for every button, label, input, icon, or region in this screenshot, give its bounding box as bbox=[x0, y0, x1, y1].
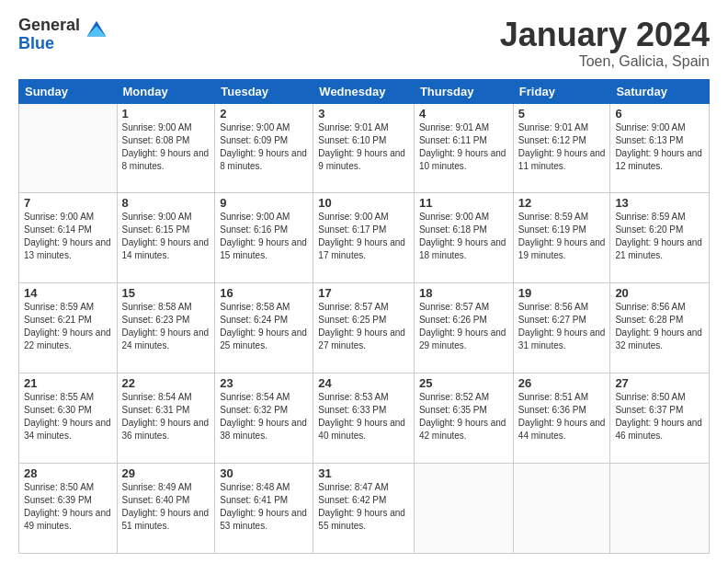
table-row: 19Sunrise: 8:56 AMSunset: 6:27 PMDayligh… bbox=[513, 283, 610, 373]
table-row: 6Sunrise: 9:00 AMSunset: 6:13 PMDaylight… bbox=[610, 103, 710, 193]
table-row: 21Sunrise: 8:55 AMSunset: 6:30 PMDayligh… bbox=[19, 373, 118, 464]
table-row bbox=[414, 464, 513, 554]
location-title: Toen, Galicia, Spain bbox=[500, 53, 710, 70]
day-info: Sunrise: 9:00 AMSunset: 6:09 PMDaylight:… bbox=[220, 121, 308, 173]
table-row: 31Sunrise: 8:47 AMSunset: 6:42 PMDayligh… bbox=[313, 464, 415, 554]
table-row: 22Sunrise: 8:54 AMSunset: 6:31 PMDayligh… bbox=[117, 373, 215, 464]
day-info: Sunrise: 8:56 AMSunset: 6:27 PMDaylight:… bbox=[518, 301, 606, 352]
day-number: 21 bbox=[24, 376, 112, 390]
table-row: 8Sunrise: 9:00 AMSunset: 6:15 PMDaylight… bbox=[117, 193, 215, 283]
day-info: Sunrise: 8:52 AMSunset: 6:35 PMDaylight:… bbox=[419, 391, 508, 442]
table-row bbox=[19, 103, 118, 193]
header-friday: Friday bbox=[513, 79, 610, 103]
day-number: 3 bbox=[318, 107, 409, 121]
table-row: 16Sunrise: 8:58 AMSunset: 6:24 PMDayligh… bbox=[215, 283, 313, 373]
day-info: Sunrise: 8:50 AMSunset: 6:39 PMDaylight:… bbox=[24, 481, 112, 533]
table-row: 11Sunrise: 9:00 AMSunset: 6:18 PMDayligh… bbox=[414, 193, 513, 283]
svg-marker-1 bbox=[87, 26, 107, 36]
day-number: 11 bbox=[419, 196, 508, 210]
weekday-header-row: Sunday Monday Tuesday Wednesday Thursday… bbox=[19, 79, 710, 103]
day-number: 1 bbox=[122, 107, 210, 121]
day-number: 2 bbox=[220, 107, 308, 121]
day-number: 22 bbox=[122, 376, 210, 390]
logo-icon bbox=[84, 17, 109, 43]
table-row: 5Sunrise: 9:01 AMSunset: 6:12 PMDaylight… bbox=[513, 103, 610, 193]
table-row: 2Sunrise: 9:00 AMSunset: 6:09 PMDaylight… bbox=[215, 103, 313, 193]
logo-text: General Blue bbox=[18, 17, 80, 53]
day-number: 20 bbox=[615, 286, 704, 300]
table-row: 4Sunrise: 9:01 AMSunset: 6:11 PMDaylight… bbox=[414, 103, 513, 193]
day-number: 27 bbox=[615, 376, 704, 390]
day-info: Sunrise: 8:59 AMSunset: 6:20 PMDaylight:… bbox=[615, 211, 704, 262]
table-row: 12Sunrise: 8:59 AMSunset: 6:19 PMDayligh… bbox=[513, 193, 610, 283]
table-row: 25Sunrise: 8:52 AMSunset: 6:35 PMDayligh… bbox=[414, 373, 513, 464]
day-info: Sunrise: 8:54 AMSunset: 6:31 PMDaylight:… bbox=[122, 391, 210, 442]
header-thursday: Thursday bbox=[414, 79, 513, 103]
table-row: 1Sunrise: 9:00 AMSunset: 6:08 PMDaylight… bbox=[117, 103, 215, 193]
table-row: 20Sunrise: 8:56 AMSunset: 6:28 PMDayligh… bbox=[610, 283, 710, 373]
day-number: 10 bbox=[318, 196, 409, 210]
day-number: 28 bbox=[24, 466, 112, 480]
table-row: 29Sunrise: 8:49 AMSunset: 6:40 PMDayligh… bbox=[117, 464, 215, 554]
table-row: 10Sunrise: 9:00 AMSunset: 6:17 PMDayligh… bbox=[313, 193, 415, 283]
day-number: 23 bbox=[220, 376, 308, 390]
day-number: 6 bbox=[615, 107, 704, 121]
day-number: 9 bbox=[220, 196, 308, 210]
day-info: Sunrise: 9:00 AMSunset: 6:16 PMDaylight:… bbox=[220, 211, 308, 262]
table-row: 7Sunrise: 9:00 AMSunset: 6:14 PMDaylight… bbox=[19, 193, 118, 283]
day-info: Sunrise: 8:58 AMSunset: 6:23 PMDaylight:… bbox=[122, 301, 210, 352]
day-number: 30 bbox=[220, 466, 308, 480]
logo: General Blue bbox=[18, 17, 109, 53]
day-info: Sunrise: 8:59 AMSunset: 6:21 PMDaylight:… bbox=[24, 301, 112, 352]
table-row: 3Sunrise: 9:01 AMSunset: 6:10 PMDaylight… bbox=[313, 103, 415, 193]
calendar-week-row: 28Sunrise: 8:50 AMSunset: 6:39 PMDayligh… bbox=[19, 464, 710, 554]
table-row: 26Sunrise: 8:51 AMSunset: 6:36 PMDayligh… bbox=[513, 373, 610, 464]
table-row: 27Sunrise: 8:50 AMSunset: 6:37 PMDayligh… bbox=[610, 373, 710, 464]
table-row: 24Sunrise: 8:53 AMSunset: 6:33 PMDayligh… bbox=[313, 373, 415, 464]
logo-general: General bbox=[18, 17, 80, 35]
day-number: 19 bbox=[518, 286, 606, 300]
table-row: 23Sunrise: 8:54 AMSunset: 6:32 PMDayligh… bbox=[215, 373, 313, 464]
day-info: Sunrise: 9:00 AMSunset: 6:08 PMDaylight:… bbox=[122, 121, 210, 173]
day-number: 15 bbox=[122, 286, 210, 300]
day-info: Sunrise: 9:01 AMSunset: 6:10 PMDaylight:… bbox=[318, 121, 409, 173]
table-row: 13Sunrise: 8:59 AMSunset: 6:20 PMDayligh… bbox=[610, 193, 710, 283]
day-info: Sunrise: 8:57 AMSunset: 6:25 PMDaylight:… bbox=[318, 301, 409, 352]
table-row: 28Sunrise: 8:50 AMSunset: 6:39 PMDayligh… bbox=[19, 464, 118, 554]
day-number: 7 bbox=[24, 196, 112, 210]
day-info: Sunrise: 9:00 AMSunset: 6:13 PMDaylight:… bbox=[615, 121, 704, 173]
day-info: Sunrise: 9:00 AMSunset: 6:17 PMDaylight:… bbox=[318, 211, 409, 262]
table-row bbox=[610, 464, 710, 554]
day-number: 18 bbox=[419, 286, 508, 300]
day-number: 25 bbox=[419, 376, 508, 390]
day-info: Sunrise: 8:59 AMSunset: 6:19 PMDaylight:… bbox=[518, 211, 606, 262]
table-row: 30Sunrise: 8:48 AMSunset: 6:41 PMDayligh… bbox=[215, 464, 313, 554]
header-tuesday: Tuesday bbox=[215, 79, 313, 103]
table-row bbox=[513, 464, 610, 554]
day-number: 5 bbox=[518, 107, 606, 121]
day-number: 26 bbox=[518, 376, 606, 390]
day-info: Sunrise: 8:47 AMSunset: 6:42 PMDaylight:… bbox=[318, 481, 409, 533]
day-info: Sunrise: 8:49 AMSunset: 6:40 PMDaylight:… bbox=[122, 481, 210, 533]
calendar-table: Sunday Monday Tuesday Wednesday Thursday… bbox=[18, 79, 710, 554]
day-number: 12 bbox=[518, 196, 606, 210]
day-number: 13 bbox=[615, 196, 704, 210]
header-monday: Monday bbox=[117, 79, 215, 103]
header: General Blue January 2024 Toen, Galicia,… bbox=[18, 17, 710, 70]
day-number: 24 bbox=[318, 376, 409, 390]
calendar-week-row: 7Sunrise: 9:00 AMSunset: 6:14 PMDaylight… bbox=[19, 193, 710, 283]
day-info: Sunrise: 8:48 AMSunset: 6:41 PMDaylight:… bbox=[220, 481, 308, 533]
page: General Blue January 2024 Toen, Galicia,… bbox=[0, 0, 728, 563]
day-info: Sunrise: 9:01 AMSunset: 6:11 PMDaylight:… bbox=[419, 121, 508, 173]
table-row: 14Sunrise: 8:59 AMSunset: 6:21 PMDayligh… bbox=[19, 283, 118, 373]
header-saturday: Saturday bbox=[610, 79, 710, 103]
table-row: 15Sunrise: 8:58 AMSunset: 6:23 PMDayligh… bbox=[117, 283, 215, 373]
calendar-week-row: 1Sunrise: 9:00 AMSunset: 6:08 PMDaylight… bbox=[19, 103, 710, 193]
day-number: 17 bbox=[318, 286, 409, 300]
day-number: 29 bbox=[122, 466, 210, 480]
day-info: Sunrise: 8:55 AMSunset: 6:30 PMDaylight:… bbox=[24, 391, 112, 442]
day-info: Sunrise: 8:53 AMSunset: 6:33 PMDaylight:… bbox=[318, 391, 409, 442]
table-row: 18Sunrise: 8:57 AMSunset: 6:26 PMDayligh… bbox=[414, 283, 513, 373]
day-info: Sunrise: 8:57 AMSunset: 6:26 PMDaylight:… bbox=[419, 301, 508, 352]
day-info: Sunrise: 8:56 AMSunset: 6:28 PMDaylight:… bbox=[615, 301, 704, 352]
